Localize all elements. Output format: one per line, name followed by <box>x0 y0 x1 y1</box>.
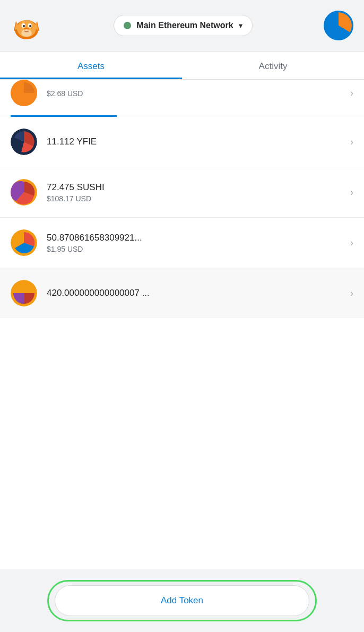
token-info-partial: $2.68 USD <box>47 88 345 98</box>
token-icon-yfie <box>11 129 37 155</box>
list-item-partial[interactable]: $2.68 USD › <box>0 80 364 115</box>
token-list: $2.68 USD › 11.112 YFIE › <box>0 80 364 569</box>
token-info-sushi: 72.475 SUSHI $108.17 USD <box>47 182 345 203</box>
chevron-right-icon: › <box>350 288 353 299</box>
token-amount-sushi: 72.475 SUSHI <box>47 182 345 193</box>
tab-assets[interactable]: Assets <box>0 52 182 79</box>
metamask-logo <box>11 10 42 41</box>
add-token-wrapper: Add Token <box>55 585 309 616</box>
chevron-right-icon: › <box>350 88 353 99</box>
token-usd-partial: $2.68 USD <box>47 89 345 98</box>
tabs-bar: Assets Activity <box>0 52 364 80</box>
header: Main Ethereum Network ▾ <box>0 0 364 52</box>
svg-point-11 <box>21 29 32 37</box>
network-name: Main Ethereum Network <box>136 21 233 30</box>
token-usd-sushi: $108.17 USD <box>47 194 345 203</box>
list-item[interactable]: 11.112 YFIE › <box>0 117 364 167</box>
token-icon-sushi <box>11 179 37 206</box>
list-item[interactable]: 50.870861658309921... $1.95 USD › <box>0 218 364 268</box>
avatar[interactable] <box>324 11 353 40</box>
avatar-graphic <box>325 12 352 39</box>
tab-activity[interactable]: Activity <box>182 52 364 79</box>
token-amount-token4: 420.000000000000007 ... <box>47 287 345 299</box>
token-amount-yfie: 11.112 YFIE <box>47 136 345 148</box>
token-info-token3: 50.870861658309921... $1.95 USD <box>47 232 345 253</box>
token-icon-token4 <box>11 280 37 306</box>
add-token-button[interactable]: Add Token <box>55 585 309 616</box>
network-selector[interactable]: Main Ethereum Network ▾ <box>114 15 252 36</box>
svg-point-8 <box>23 25 25 27</box>
network-status-dot <box>124 22 131 29</box>
token-icon-partial <box>11 80 37 106</box>
chevron-down-icon: ▾ <box>239 21 242 30</box>
token-icon-token3 <box>11 229 37 256</box>
chevron-right-icon: › <box>350 187 353 198</box>
list-item[interactable]: 72.475 SUSHI $108.17 USD › <box>0 167 364 218</box>
list-item[interactable]: 420.000000000000007 ... › <box>0 268 364 318</box>
token-info-token4: 420.000000000000007 ... <box>47 287 345 299</box>
chevron-right-icon: › <box>350 237 353 249</box>
token-info-yfie: 11.112 YFIE <box>47 136 345 148</box>
bottom-area: Add Token <box>0 569 364 632</box>
token-amount-token3: 50.870861658309921... <box>47 232 345 244</box>
chevron-right-icon: › <box>350 136 353 148</box>
svg-point-9 <box>29 25 31 27</box>
token-usd-token3: $1.95 USD <box>47 245 345 253</box>
